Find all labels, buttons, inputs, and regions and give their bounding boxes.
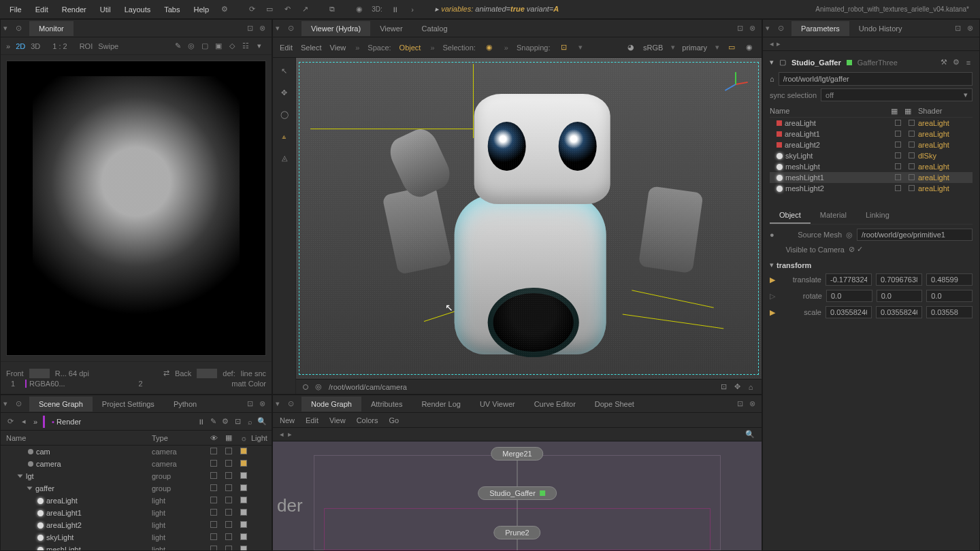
- panel-pin-icon[interactable]: ⊙: [288, 24, 297, 33]
- menu-edit[interactable]: Edit: [29, 3, 55, 16]
- eye-icon[interactable]: 👁: [206, 434, 221, 442]
- tab-viewer[interactable]: Viewer: [370, 21, 412, 36]
- save-icon[interactable]: ▭: [262, 2, 277, 17]
- chevron-right-icon[interactable]: »: [504, 44, 508, 52]
- filter-icon[interactable]: ⌕: [246, 418, 254, 426]
- sg-row[interactable]: lgtgroup: [1, 470, 272, 482]
- subtab-material[interactable]: Material: [811, 207, 856, 224]
- panel-close-icon[interactable]: ⊗: [749, 399, 759, 409]
- panel-close-icon[interactable]: ⊗: [259, 24, 269, 33]
- scale-z-input[interactable]: [926, 306, 973, 318]
- gear-icon[interactable]: ⚙: [952, 59, 960, 67]
- sync-select[interactable]: off▾: [821, 88, 973, 101]
- overlap-icon[interactable]: ▣: [214, 42, 223, 50]
- move-tool-icon[interactable]: ✥: [277, 85, 292, 100]
- col-name-header[interactable]: Name: [6, 434, 152, 442]
- color-icon[interactable]: ◕: [625, 42, 636, 53]
- mode-3d[interactable]: 3D: [31, 42, 40, 50]
- col-icon[interactable]: ▦: [904, 107, 918, 116]
- sg-row[interactable]: skyLightlight: [1, 531, 272, 544]
- snapping-icon[interactable]: ⊡: [558, 42, 569, 53]
- menu-util[interactable]: Util: [93, 3, 118, 16]
- scale-x-input[interactable]: [826, 306, 872, 318]
- tab-monitor[interactable]: Monitor: [29, 21, 74, 36]
- chevron-down-icon[interactable]: ▾: [671, 43, 675, 52]
- menu-layouts[interactable]: Layouts: [118, 3, 158, 16]
- display-icon[interactable]: ▭: [726, 42, 737, 53]
- subtab-object[interactable]: Object: [770, 207, 811, 224]
- target-icon[interactable]: ◎: [315, 382, 322, 391]
- state-dot-icon[interactable]: ●: [770, 231, 777, 239]
- chevron-right-icon[interactable]: »: [355, 44, 359, 52]
- col-icon[interactable]: ☼: [236, 434, 251, 442]
- panel-maximize-icon[interactable]: ⊡: [247, 399, 257, 409]
- panel-maximize-icon[interactable]: ⊡: [955, 24, 964, 33]
- tab-scene-graph[interactable]: Scene Graph: [29, 397, 93, 412]
- col-shader-header[interactable]: Shader: [918, 107, 973, 116]
- viewport[interactable]: ↖: [296, 58, 762, 379]
- sg-row[interactable]: meshLightlight: [1, 544, 272, 550]
- menu-file[interactable]: File: [3, 3, 29, 16]
- sg-row[interactable]: camcamera: [1, 446, 272, 458]
- node-prune[interactable]: Prune2: [493, 526, 540, 539]
- redo-icon[interactable]: ↗: [297, 2, 312, 17]
- pause-icon[interactable]: ⏸: [197, 418, 205, 426]
- link-icon[interactable]: ◎: [846, 231, 853, 239]
- undo-icon[interactable]: ↶: [280, 2, 295, 17]
- node-gaffer[interactable]: Studio_Gaffer: [478, 486, 557, 500]
- menu-icon[interactable]: ≡: [964, 59, 973, 67]
- select-tool-icon[interactable]: ↖: [277, 63, 292, 78]
- viewer-select[interactable]: Select: [301, 44, 322, 52]
- panel-pin-icon[interactable]: ⊙: [16, 399, 25, 409]
- sg-row[interactable]: gaffergroup: [1, 482, 272, 495]
- menu-render[interactable]: Render: [55, 3, 93, 16]
- panel-menu-icon[interactable]: ▾: [3, 24, 13, 33]
- target-icon[interactable]: ◎: [187, 42, 195, 50]
- rotate-tool-icon[interactable]: ◯: [277, 107, 292, 122]
- node-merge[interactable]: Merge21: [491, 447, 543, 461]
- render-icon[interactable]: ⧉: [325, 2, 340, 17]
- tab-catalog[interactable]: Catalog: [412, 21, 457, 36]
- sg-row[interactable]: areaLight2light: [1, 519, 272, 531]
- menu-help[interactable]: Help: [186, 3, 216, 16]
- ngmenu-view[interactable]: View: [329, 416, 346, 424]
- nav-fwd-icon[interactable]: ▸: [288, 430, 292, 439]
- chevron-down-icon[interactable]: ▾: [255, 42, 263, 50]
- anim-key-icon[interactable]: ▶: [770, 308, 775, 317]
- back-swatch[interactable]: [197, 369, 217, 378]
- col-type-header[interactable]: Type: [152, 434, 206, 442]
- search-icon[interactable]: 🔍: [258, 418, 266, 426]
- axis-gizmo-icon[interactable]: [722, 70, 749, 97]
- swipe-toggle[interactable]: Swipe: [98, 42, 118, 50]
- pencil-icon[interactable]: ✎: [209, 418, 217, 426]
- anim-key-icon[interactable]: ▷: [770, 292, 777, 301]
- panel-close-icon[interactable]: ⊗: [967, 24, 977, 33]
- source-mesh-input[interactable]: [857, 229, 973, 241]
- camera-path[interactable]: /root/world/cam/camera: [329, 383, 407, 391]
- light-row[interactable]: areaLight2areaLight: [770, 139, 973, 150]
- back-icon[interactable]: ◂: [20, 418, 28, 426]
- tab-node-graph[interactable]: Node Graph: [301, 397, 361, 412]
- tab-python[interactable]: Python: [164, 397, 206, 412]
- tab-viewer-hydra-[interactable]: Viewer (Hydra): [301, 21, 370, 36]
- translate-x-input[interactable]: [826, 273, 872, 286]
- ratio-label[interactable]: 1 : 2: [52, 42, 67, 50]
- tab-render-log[interactable]: Render Log: [412, 397, 470, 412]
- colorspace-value[interactable]: sRGB: [643, 44, 663, 52]
- viewer-edit[interactable]: Edit: [280, 44, 293, 52]
- node-path-input[interactable]: [779, 72, 973, 86]
- tab-project-settings[interactable]: Project Settings: [93, 397, 164, 412]
- panel-maximize-icon[interactable]: ⊡: [247, 24, 257, 33]
- render-preview[interactable]: [6, 61, 266, 356]
- viewer-view[interactable]: View: [330, 44, 346, 52]
- menu-tabs[interactable]: Tabs: [157, 3, 186, 16]
- panel-close-icon[interactable]: ⊗: [749, 24, 759, 33]
- panel-pin-icon[interactable]: ⊙: [778, 24, 787, 33]
- scale-y-input[interactable]: [876, 306, 922, 318]
- camera-icon[interactable]: ⌂: [747, 383, 755, 391]
- chevron-right-icon[interactable]: »: [430, 44, 434, 52]
- nav-back-icon[interactable]: ◂: [280, 430, 284, 439]
- sg-row[interactable]: cameracamera: [1, 458, 272, 470]
- panel-menu-icon[interactable]: ▾: [276, 399, 285, 409]
- stack-icon[interactable]: ☷: [242, 42, 250, 50]
